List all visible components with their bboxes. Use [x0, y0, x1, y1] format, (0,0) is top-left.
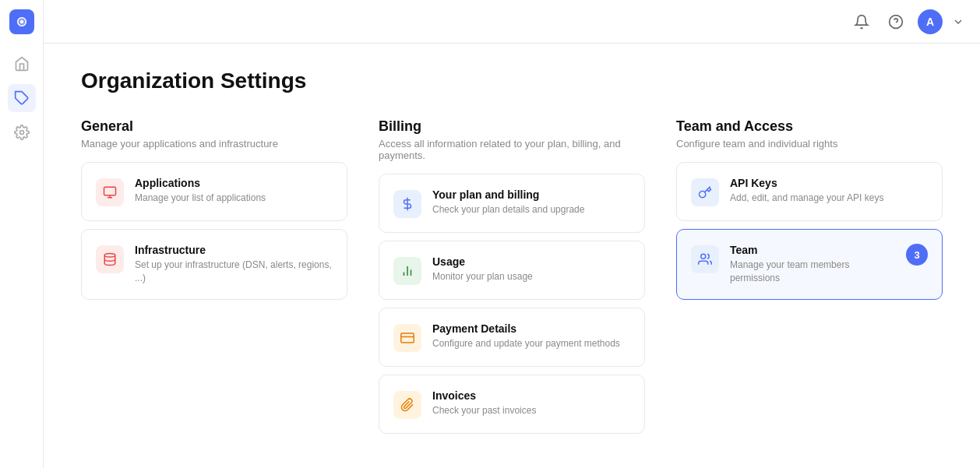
sidebar-logo[interactable] [9, 9, 34, 34]
invoices-card-desc: Check your past invoices [432, 404, 536, 417]
team-card-text: Team Manage your team members permission… [730, 244, 895, 285]
sidebar-item-home[interactable] [8, 50, 36, 78]
card-api-keys[interactable]: API Keys Add, edit, and manage your API … [676, 162, 943, 221]
usage-icon [393, 257, 421, 285]
svg-point-16 [701, 254, 706, 259]
infrastructure-card-desc: Set up your infrastructure (DSN, alerts,… [135, 259, 333, 285]
invoices-card-title: Invoices [432, 389, 536, 402]
applications-card-desc: Manage your list of applications [135, 192, 266, 205]
content: Organization Settings General Manage you… [44, 44, 980, 468]
sections-grid: General Manage your applications and inf… [81, 118, 943, 442]
invoices-icon [393, 391, 421, 419]
usage-card-desc: Monitor your plan usage [432, 270, 533, 283]
applications-card-title: Applications [135, 177, 266, 189]
section-billing-heading: Billing [379, 118, 645, 135]
infrastructure-card-text: Infrastructure Set up your infrastructur… [135, 244, 333, 285]
api-keys-card-text: API Keys Add, edit, and manage your API … [730, 177, 883, 205]
section-general-heading: General [81, 118, 347, 135]
sidebar [0, 0, 44, 468]
card-team[interactable]: Team Manage your team members permission… [676, 229, 943, 300]
team-badge: 3 [906, 244, 928, 266]
avatar[interactable]: A [918, 9, 943, 34]
team-card-desc: Manage your team members permissions [730, 259, 895, 285]
plan-card-text: Your plan and billing Check your plan de… [432, 188, 584, 216]
usage-card-text: Usage Monitor your plan usage [432, 255, 533, 283]
svg-point-9 [104, 254, 115, 258]
applications-card-text: Applications Manage your list of applica… [135, 177, 266, 205]
help-icon[interactable] [883, 9, 908, 34]
avatar-chevron[interactable] [952, 16, 964, 28]
invoices-card-text: Invoices Check your past invoices [432, 389, 536, 417]
section-team-heading: Team and Access [676, 118, 943, 135]
api-keys-card-desc: Add, edit, and manage your API keys [730, 192, 883, 205]
card-usage[interactable]: Usage Monitor your plan usage [379, 241, 645, 300]
team-card-title: Team [730, 244, 895, 256]
card-invoices[interactable]: Invoices Check your past invoices [379, 375, 645, 434]
api-keys-card-title: API Keys [730, 177, 883, 189]
card-infrastructure[interactable]: Infrastructure Set up your infrastructur… [81, 229, 347, 300]
section-team-subtitle: Configure team and individual rights [676, 138, 943, 150]
section-team-and-access: Team and Access Configure team and indiv… [676, 118, 943, 442]
section-billing-subtitle: Access all information related to your p… [379, 138, 645, 161]
applications-icon [96, 178, 124, 206]
usage-card-title: Usage [432, 255, 533, 268]
main-area: A Organization Settings General Manage y… [44, 0, 980, 468]
svg-rect-14 [401, 333, 414, 343]
section-billing: Billing Access all information related t… [379, 118, 645, 442]
plan-card-title: Your plan and billing [432, 188, 584, 201]
section-general-subtitle: Manage your applications and infrastruct… [81, 138, 347, 150]
card-applications[interactable]: Applications Manage your list of applica… [81, 162, 347, 221]
svg-point-3 [19, 131, 23, 135]
payment-card-text: Payment Details Configure and update you… [432, 322, 620, 350]
notification-icon[interactable] [849, 9, 874, 34]
topbar: A [44, 0, 980, 44]
plan-card-desc: Check your plan details and upgrade [432, 203, 584, 216]
team-icon [691, 245, 719, 273]
infrastructure-card-title: Infrastructure [135, 244, 333, 256]
card-payment-details[interactable]: Payment Details Configure and update you… [379, 308, 645, 367]
svg-rect-6 [104, 187, 116, 195]
sidebar-item-puzzle[interactable] [8, 84, 36, 112]
section-general: General Manage your applications and inf… [81, 118, 347, 442]
payment-card-title: Payment Details [432, 322, 620, 335]
payment-card-desc: Configure and update your payment method… [432, 337, 620, 350]
card-your-plan-and-billing[interactable]: Your plan and billing Check your plan de… [379, 174, 645, 233]
api-keys-icon [691, 178, 719, 206]
plan-icon [393, 190, 421, 218]
payment-icon [393, 324, 421, 352]
svg-point-1 [19, 20, 23, 24]
infrastructure-icon [96, 245, 124, 273]
sidebar-item-settings[interactable] [8, 118, 36, 146]
page-title: Organization Settings [81, 69, 943, 93]
